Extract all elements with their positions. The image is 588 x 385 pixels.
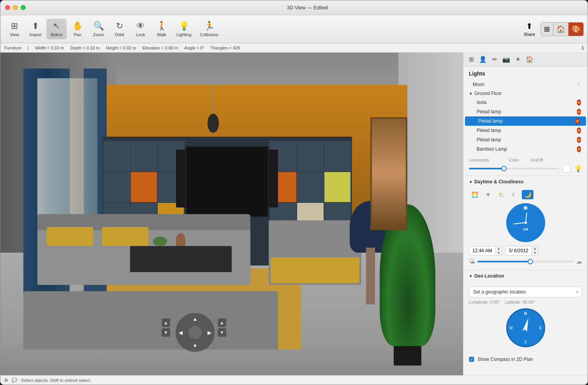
show-compass-label: Show Compass in 2D Plan <box>477 357 533 362</box>
zoom-in-btn[interactable]: ▲ <box>218 318 226 327</box>
moon-icon: ☾ <box>577 81 582 88</box>
maximize-button[interactable] <box>21 5 26 10</box>
lock-button[interactable]: 👁 Lock <box>130 19 151 39</box>
nav-arrow-up[interactable]: ▲ <box>193 316 198 322</box>
lighting-button[interactable]: 💡 Lighting <box>173 19 195 39</box>
geo-arrow-icon: ▼ <box>469 274 473 278</box>
info-angle: Angle = 0° <box>184 46 204 50</box>
nav-arrow-right[interactable]: ▶ <box>208 330 211 336</box>
compass-s-label: S <box>524 340 527 344</box>
clock-center-dot <box>525 222 527 224</box>
light-pleiad-2[interactable]: Pleiad lamp 🏮 <box>465 116 586 126</box>
dt-clouds-icon[interactable]: ⛅ <box>495 190 507 199</box>
time-down-btn[interactable]: ▼ <box>496 251 502 255</box>
plant-small <box>153 237 167 246</box>
cloud-track[interactable] <box>477 261 574 262</box>
zoom-button[interactable]: 🔍 Zoom <box>88 19 109 39</box>
import-icon: ⬆ <box>32 21 39 31</box>
daytime-icons: 🌅 ☀ ⛅ ☾ 🌙 <box>469 190 582 199</box>
date-up-btn[interactable]: ▲ <box>532 246 538 251</box>
nav-arrow-down[interactable]: ▼ <box>193 343 198 349</box>
share-button[interactable]: ⬆ Share <box>520 19 539 39</box>
dt-moon-icon[interactable]: ☾ <box>509 190 520 199</box>
time-stepper[interactable]: ▲ ▼ <box>496 246 502 255</box>
light-pleiad-3[interactable]: Pleiad lamp 🏮 <box>463 126 588 135</box>
lamp-icon-4: 🏮 <box>576 127 582 134</box>
panel-tool-sun[interactable]: ☀ <box>512 54 523 65</box>
luminosity-slider[interactable] <box>469 168 559 169</box>
walk-button[interactable]: 🚶 Walk <box>151 19 172 39</box>
bamboo-label: Bamboo Lamp <box>477 146 507 152</box>
status-icon-1: ⊞ <box>4 378 8 383</box>
date-down-btn[interactable]: ▼ <box>532 251 538 255</box>
info-height: Height = 0.02 m <box>106 46 136 50</box>
nav-up-alt[interactable]: ▲ <box>162 318 170 327</box>
light-pleiad-1[interactable]: Pleiad lamp 🏮 <box>463 107 588 116</box>
geo-location-button[interactable]: Set a geographic location › <box>469 287 582 297</box>
info-help-icon[interactable]: ℹ <box>582 45 584 51</box>
floor-header[interactable]: ▼ Ground Floor <box>463 89 588 98</box>
close-button[interactable] <box>5 5 10 10</box>
sun-cloud-icon: 🌤 <box>469 258 475 265</box>
minimize-button[interactable] <box>13 5 18 10</box>
view-mode-btn-2[interactable]: 🏠 <box>553 23 569 36</box>
daytime-header[interactable]: ▼ Daytime & Cloudiness <box>463 176 588 188</box>
collisions-button[interactable]: 🏃 Collisions <box>196 19 222 39</box>
geo-chevron-icon: › <box>576 289 578 295</box>
date-stepper[interactable]: ▲ ▼ <box>532 246 538 255</box>
panel-tool-camera[interactable]: 📷 <box>501 54 512 65</box>
time-up-btn[interactable]: ▲ <box>496 246 502 251</box>
light-bamboo[interactable]: Bamboo Lamp 🏮 <box>463 144 588 154</box>
panel-tool-list[interactable]: ⊞ <box>466 54 477 65</box>
nav-center[interactable] <box>188 326 202 339</box>
clock-minute-hand <box>513 222 526 224</box>
walk-icon: 🚶 <box>157 21 167 31</box>
show-compass-checkbox[interactable]: ✓ <box>469 357 474 362</box>
dt-sunrise-icon[interactable]: 🌅 <box>469 190 481 199</box>
onoff-toggle[interactable]: 💡 <box>574 165 582 172</box>
panel-tool-pen[interactable]: ✏ <box>489 54 500 65</box>
longitude-label: Longitude: 0.00° <box>469 300 500 304</box>
pan-label: Pan <box>74 32 81 37</box>
clock: AM <box>506 203 545 242</box>
view-mode-group: ⊞ 🏠 🎨 <box>540 22 584 36</box>
cloud-thumb[interactable] <box>528 259 533 264</box>
light-moon[interactable]: Moon ☾ <box>463 80 588 89</box>
light-pleiad-4[interactable]: Pleiad lamp 🏮 <box>463 135 588 144</box>
lock-icon: 👁 <box>136 21 145 31</box>
isola-label: Isola <box>477 100 486 105</box>
info-depth: Depth = 0.10 m <box>70 46 100 50</box>
pan-button[interactable]: ✋ Pan <box>67 19 88 39</box>
view-button[interactable]: ⊞ View <box>4 19 25 39</box>
right-sofa-cushion <box>271 257 359 283</box>
clock-container: AM <box>469 203 582 242</box>
lamp-pole <box>366 248 375 304</box>
date-field[interactable]: 5/ 6/2012 ▲ ▼ <box>505 246 539 255</box>
front-sofa <box>23 291 278 349</box>
color-swatch[interactable] <box>563 165 570 172</box>
floor-chevron-icon: ▼ <box>469 91 473 96</box>
orbit-button[interactable]: ↻ Orbit <box>109 19 130 39</box>
geo-header[interactable]: ▼ Geo Location <box>463 270 588 282</box>
info-triangles: Triangles = 428 <box>210 46 240 50</box>
geo-button-label: Set a geographic location <box>473 289 526 295</box>
time-field[interactable]: 12:44 AM ▲ ▼ <box>469 246 502 255</box>
nav-down-alt[interactable]: ▼ <box>162 328 170 337</box>
dt-night-icon[interactable]: 🌙 <box>522 190 533 199</box>
panel-tool-person[interactable]: 👤 <box>477 54 488 65</box>
panel-tool-house[interactable]: 🏠 <box>524 54 535 65</box>
light-isola[interactable]: Isola 🏮 <box>463 98 588 107</box>
pendant-light <box>204 85 223 133</box>
view-mode-btn-3[interactable]: 🎨 <box>569 23 583 36</box>
dt-sun-icon[interactable]: ☀ <box>482 190 494 199</box>
tv-screen <box>185 146 269 217</box>
luminosity-thumb[interactable] <box>501 166 507 171</box>
zoom-out-btn[interactable]: ▼ <box>218 328 226 337</box>
nav-arrow-left[interactable]: ◀ <box>179 330 183 336</box>
import-button[interactable]: ⬆ Import <box>25 19 46 39</box>
select-button[interactable]: ↖ Select <box>46 19 67 39</box>
lighting-icon: 💡 <box>179 21 189 31</box>
clock-am-label: AM <box>523 227 528 231</box>
view-mode-btn-1[interactable]: ⊞ <box>541 23 553 36</box>
viewport[interactable]: ▲ ▼ ▲ ▼ ◀ ▶ ▲ ▼ <box>0 53 463 375</box>
